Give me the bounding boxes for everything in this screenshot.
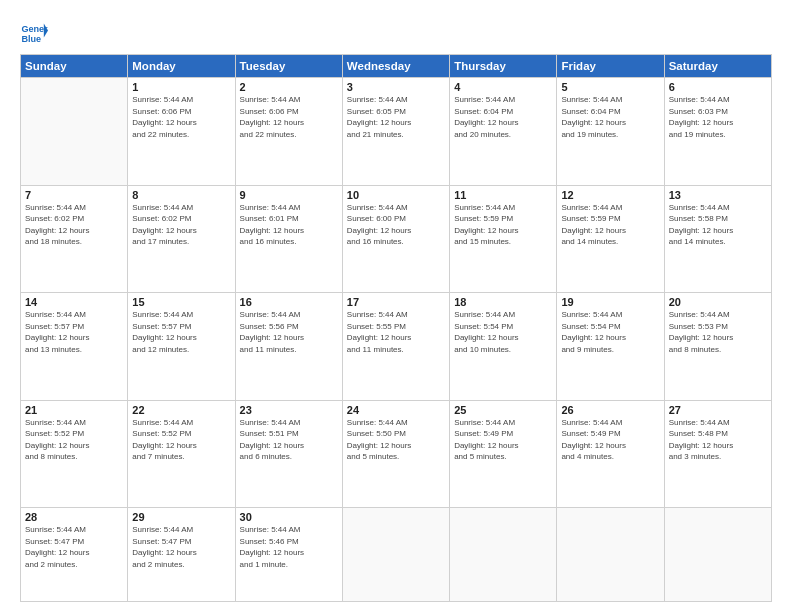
calendar-cell: 13Sunrise: 5:44 AM Sunset: 5:58 PM Dayli…	[664, 185, 771, 293]
day-number: 7	[25, 189, 123, 201]
calendar-cell: 23Sunrise: 5:44 AM Sunset: 5:51 PM Dayli…	[235, 400, 342, 508]
day-info: Sunrise: 5:44 AM Sunset: 6:03 PM Dayligh…	[669, 94, 767, 140]
logo-icon: General Blue	[20, 18, 48, 46]
day-info: Sunrise: 5:44 AM Sunset: 5:53 PM Dayligh…	[669, 309, 767, 355]
calendar-cell: 24Sunrise: 5:44 AM Sunset: 5:50 PM Dayli…	[342, 400, 449, 508]
day-number: 1	[132, 81, 230, 93]
calendar-cell: 11Sunrise: 5:44 AM Sunset: 5:59 PM Dayli…	[450, 185, 557, 293]
calendar-week-row: 1Sunrise: 5:44 AM Sunset: 6:06 PM Daylig…	[21, 78, 772, 186]
day-info: Sunrise: 5:44 AM Sunset: 5:50 PM Dayligh…	[347, 417, 445, 463]
calendar-cell: 12Sunrise: 5:44 AM Sunset: 5:59 PM Dayli…	[557, 185, 664, 293]
calendar-cell: 2Sunrise: 5:44 AM Sunset: 6:06 PM Daylig…	[235, 78, 342, 186]
day-number: 19	[561, 296, 659, 308]
day-number: 28	[25, 511, 123, 523]
day-info: Sunrise: 5:44 AM Sunset: 5:52 PM Dayligh…	[132, 417, 230, 463]
day-info: Sunrise: 5:44 AM Sunset: 6:01 PM Dayligh…	[240, 202, 338, 248]
weekday-header-row: SundayMondayTuesdayWednesdayThursdayFrid…	[21, 55, 772, 78]
day-number: 2	[240, 81, 338, 93]
calendar-cell: 29Sunrise: 5:44 AM Sunset: 5:47 PM Dayli…	[128, 508, 235, 602]
day-info: Sunrise: 5:44 AM Sunset: 6:04 PM Dayligh…	[561, 94, 659, 140]
calendar-week-row: 28Sunrise: 5:44 AM Sunset: 5:47 PM Dayli…	[21, 508, 772, 602]
day-info: Sunrise: 5:44 AM Sunset: 6:00 PM Dayligh…	[347, 202, 445, 248]
day-number: 16	[240, 296, 338, 308]
day-number: 25	[454, 404, 552, 416]
calendar-week-row: 7Sunrise: 5:44 AM Sunset: 6:02 PM Daylig…	[21, 185, 772, 293]
calendar-cell	[557, 508, 664, 602]
calendar-cell: 7Sunrise: 5:44 AM Sunset: 6:02 PM Daylig…	[21, 185, 128, 293]
day-info: Sunrise: 5:44 AM Sunset: 5:59 PM Dayligh…	[454, 202, 552, 248]
day-info: Sunrise: 5:44 AM Sunset: 5:49 PM Dayligh…	[561, 417, 659, 463]
calendar-cell: 5Sunrise: 5:44 AM Sunset: 6:04 PM Daylig…	[557, 78, 664, 186]
calendar-cell: 30Sunrise: 5:44 AM Sunset: 5:46 PM Dayli…	[235, 508, 342, 602]
day-info: Sunrise: 5:44 AM Sunset: 5:56 PM Dayligh…	[240, 309, 338, 355]
weekday-header-sunday: Sunday	[21, 55, 128, 78]
calendar-cell: 16Sunrise: 5:44 AM Sunset: 5:56 PM Dayli…	[235, 293, 342, 401]
day-info: Sunrise: 5:44 AM Sunset: 6:06 PM Dayligh…	[240, 94, 338, 140]
day-number: 5	[561, 81, 659, 93]
calendar-cell	[664, 508, 771, 602]
day-number: 12	[561, 189, 659, 201]
day-number: 9	[240, 189, 338, 201]
day-number: 23	[240, 404, 338, 416]
day-number: 8	[132, 189, 230, 201]
calendar-cell: 27Sunrise: 5:44 AM Sunset: 5:48 PM Dayli…	[664, 400, 771, 508]
day-number: 22	[132, 404, 230, 416]
calendar-cell: 9Sunrise: 5:44 AM Sunset: 6:01 PM Daylig…	[235, 185, 342, 293]
calendar-cell: 18Sunrise: 5:44 AM Sunset: 5:54 PM Dayli…	[450, 293, 557, 401]
day-info: Sunrise: 5:44 AM Sunset: 5:49 PM Dayligh…	[454, 417, 552, 463]
day-info: Sunrise: 5:44 AM Sunset: 5:48 PM Dayligh…	[669, 417, 767, 463]
day-info: Sunrise: 5:44 AM Sunset: 5:47 PM Dayligh…	[25, 524, 123, 570]
day-number: 27	[669, 404, 767, 416]
day-number: 4	[454, 81, 552, 93]
calendar-cell: 4Sunrise: 5:44 AM Sunset: 6:04 PM Daylig…	[450, 78, 557, 186]
calendar-cell: 14Sunrise: 5:44 AM Sunset: 5:57 PM Dayli…	[21, 293, 128, 401]
day-info: Sunrise: 5:44 AM Sunset: 6:05 PM Dayligh…	[347, 94, 445, 140]
calendar-cell: 10Sunrise: 5:44 AM Sunset: 6:00 PM Dayli…	[342, 185, 449, 293]
calendar-cell: 1Sunrise: 5:44 AM Sunset: 6:06 PM Daylig…	[128, 78, 235, 186]
calendar-cell: 20Sunrise: 5:44 AM Sunset: 5:53 PM Dayli…	[664, 293, 771, 401]
calendar-week-row: 21Sunrise: 5:44 AM Sunset: 5:52 PM Dayli…	[21, 400, 772, 508]
day-number: 30	[240, 511, 338, 523]
calendar-cell: 19Sunrise: 5:44 AM Sunset: 5:54 PM Dayli…	[557, 293, 664, 401]
day-info: Sunrise: 5:44 AM Sunset: 5:46 PM Dayligh…	[240, 524, 338, 570]
day-info: Sunrise: 5:44 AM Sunset: 5:54 PM Dayligh…	[561, 309, 659, 355]
weekday-header-saturday: Saturday	[664, 55, 771, 78]
day-number: 10	[347, 189, 445, 201]
day-info: Sunrise: 5:44 AM Sunset: 5:58 PM Dayligh…	[669, 202, 767, 248]
day-info: Sunrise: 5:44 AM Sunset: 5:55 PM Dayligh…	[347, 309, 445, 355]
calendar-cell: 15Sunrise: 5:44 AM Sunset: 5:57 PM Dayli…	[128, 293, 235, 401]
calendar-cell	[342, 508, 449, 602]
logo: General Blue	[20, 18, 52, 46]
calendar-cell: 22Sunrise: 5:44 AM Sunset: 5:52 PM Dayli…	[128, 400, 235, 508]
calendar-cell: 21Sunrise: 5:44 AM Sunset: 5:52 PM Dayli…	[21, 400, 128, 508]
calendar-cell: 17Sunrise: 5:44 AM Sunset: 5:55 PM Dayli…	[342, 293, 449, 401]
weekday-header-tuesday: Tuesday	[235, 55, 342, 78]
calendar-cell: 3Sunrise: 5:44 AM Sunset: 6:05 PM Daylig…	[342, 78, 449, 186]
day-info: Sunrise: 5:44 AM Sunset: 5:51 PM Dayligh…	[240, 417, 338, 463]
page: General Blue SundayMondayTuesdayWednesda…	[0, 0, 792, 612]
day-number: 18	[454, 296, 552, 308]
day-info: Sunrise: 5:44 AM Sunset: 5:47 PM Dayligh…	[132, 524, 230, 570]
calendar-table: SundayMondayTuesdayWednesdayThursdayFrid…	[20, 54, 772, 602]
day-info: Sunrise: 5:44 AM Sunset: 5:57 PM Dayligh…	[132, 309, 230, 355]
day-number: 17	[347, 296, 445, 308]
day-number: 29	[132, 511, 230, 523]
day-number: 6	[669, 81, 767, 93]
calendar-cell	[21, 78, 128, 186]
day-info: Sunrise: 5:44 AM Sunset: 6:02 PM Dayligh…	[25, 202, 123, 248]
day-number: 3	[347, 81, 445, 93]
calendar-cell: 8Sunrise: 5:44 AM Sunset: 6:02 PM Daylig…	[128, 185, 235, 293]
calendar-cell: 6Sunrise: 5:44 AM Sunset: 6:03 PM Daylig…	[664, 78, 771, 186]
day-number: 26	[561, 404, 659, 416]
day-info: Sunrise: 5:44 AM Sunset: 5:52 PM Dayligh…	[25, 417, 123, 463]
header: General Blue	[20, 18, 772, 46]
calendar-cell: 25Sunrise: 5:44 AM Sunset: 5:49 PM Dayli…	[450, 400, 557, 508]
day-info: Sunrise: 5:44 AM Sunset: 5:57 PM Dayligh…	[25, 309, 123, 355]
day-info: Sunrise: 5:44 AM Sunset: 5:59 PM Dayligh…	[561, 202, 659, 248]
calendar-week-row: 14Sunrise: 5:44 AM Sunset: 5:57 PM Dayli…	[21, 293, 772, 401]
svg-text:Blue: Blue	[21, 34, 41, 44]
weekday-header-wednesday: Wednesday	[342, 55, 449, 78]
day-number: 20	[669, 296, 767, 308]
calendar-cell: 26Sunrise: 5:44 AM Sunset: 5:49 PM Dayli…	[557, 400, 664, 508]
calendar-cell: 28Sunrise: 5:44 AM Sunset: 5:47 PM Dayli…	[21, 508, 128, 602]
